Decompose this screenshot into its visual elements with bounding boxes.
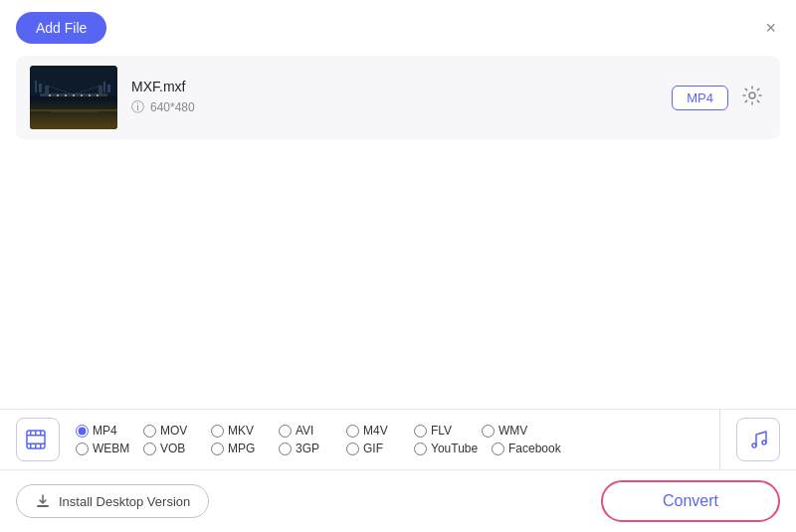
header: Add File ×: [0, 0, 796, 56]
svg-point-12: [81, 94, 83, 96]
format-radio-mov[interactable]: [143, 425, 156, 438]
empty-area: [0, 139, 796, 358]
format-option-avi[interactable]: AVI: [279, 424, 346, 438]
format-radio-mpg[interactable]: [211, 443, 224, 455]
svg-point-11: [73, 94, 75, 96]
add-file-button[interactable]: Add File: [16, 12, 106, 44]
close-button[interactable]: ×: [761, 15, 780, 41]
video-format-icon[interactable]: [16, 418, 60, 461]
file-resolution: 640*480: [150, 100, 195, 114]
music-note-icon: [747, 429, 769, 450]
format-option-youtube[interactable]: YouTube: [414, 442, 492, 455]
svg-point-31: [752, 443, 756, 447]
format-option-facebook[interactable]: Facebook: [492, 442, 569, 455]
svg-rect-28: [30, 444, 32, 448]
svg-rect-4: [45, 86, 49, 95]
format-option-3gp[interactable]: 3GP: [279, 442, 346, 455]
format-option-wmv[interactable]: WMV: [482, 424, 549, 438]
svg-point-9: [57, 94, 59, 96]
svg-point-8: [49, 94, 51, 96]
svg-rect-16: [39, 84, 42, 92]
file-actions: MP4: [672, 82, 766, 114]
svg-rect-20: [50, 111, 98, 112]
svg-rect-33: [37, 505, 49, 507]
format-option-mov[interactable]: MOV: [143, 424, 211, 438]
format-option-flv[interactable]: FLV: [414, 424, 482, 438]
format-radio-youtube[interactable]: [414, 443, 427, 455]
format-radio-mp4[interactable]: [76, 425, 89, 438]
file-meta: ⓘ 640*480: [131, 98, 658, 116]
format-radio-avi[interactable]: [279, 425, 292, 438]
svg-rect-24: [27, 443, 45, 445]
settings-button[interactable]: [738, 82, 766, 114]
svg-point-32: [762, 441, 766, 444]
file-info: MXF.mxf ⓘ 640*480: [131, 79, 658, 116]
format-radio-gif[interactable]: [346, 443, 359, 455]
format-radio-3gp[interactable]: [279, 443, 292, 455]
format-radio-vob[interactable]: [143, 443, 156, 455]
format-option-mkv[interactable]: MKV: [211, 424, 279, 438]
svg-rect-2: [30, 107, 117, 129]
bottom-bar: MP4 MOV MKV AVI M4V: [0, 409, 796, 532]
format-option-webm[interactable]: WEBM: [76, 442, 143, 455]
file-thumbnail: [30, 66, 117, 129]
download-icon: [35, 493, 51, 509]
action-bar: Install Desktop Version Convert: [0, 470, 796, 532]
film-icon: [26, 430, 50, 449]
format-radio-webm[interactable]: [76, 443, 89, 455]
format-bar: MP4 MOV MKV AVI M4V: [0, 410, 796, 470]
svg-rect-26: [35, 431, 37, 435]
format-option-mpg[interactable]: MPG: [211, 442, 279, 455]
format-radio-m4v[interactable]: [346, 425, 359, 438]
audio-format-icon[interactable]: [736, 418, 780, 461]
gear-icon: [742, 86, 762, 105]
format-divider: [719, 410, 720, 469]
svg-rect-17: [103, 82, 105, 92]
svg-rect-30: [40, 444, 42, 448]
svg-rect-29: [35, 444, 37, 448]
format-radio-flv[interactable]: [414, 425, 427, 438]
format-option-mp4[interactable]: MP4: [76, 424, 143, 438]
svg-rect-23: [27, 435, 45, 437]
svg-rect-27: [40, 431, 42, 435]
format-radio-mkv[interactable]: [211, 425, 224, 438]
format-radio-wmv[interactable]: [482, 425, 495, 438]
format-badge[interactable]: MP4: [672, 86, 728, 110]
info-icon: ⓘ: [131, 98, 144, 116]
file-item: MXF.mxf ⓘ 640*480 MP4: [16, 56, 780, 139]
format-option-gif[interactable]: GIF: [346, 442, 414, 455]
format-radio-facebook[interactable]: [492, 443, 504, 455]
svg-point-14: [97, 94, 99, 96]
svg-rect-15: [35, 81, 37, 92]
file-name: MXF.mxf: [131, 79, 658, 94]
file-list: MXF.mxf ⓘ 640*480 MP4: [0, 56, 796, 139]
svg-point-10: [65, 94, 67, 96]
install-label: Install Desktop Version: [59, 494, 190, 509]
svg-point-21: [749, 92, 755, 98]
svg-point-13: [89, 94, 91, 96]
svg-rect-18: [107, 85, 110, 92]
format-option-m4v[interactable]: M4V: [346, 424, 414, 438]
svg-rect-1: [30, 95, 117, 129]
install-desktop-button[interactable]: Install Desktop Version: [16, 484, 209, 518]
svg-rect-5: [99, 86, 102, 95]
svg-rect-25: [30, 431, 32, 435]
format-option-vob[interactable]: VOB: [143, 442, 211, 455]
svg-rect-19: [30, 109, 117, 111]
convert-button[interactable]: Convert: [601, 480, 780, 522]
